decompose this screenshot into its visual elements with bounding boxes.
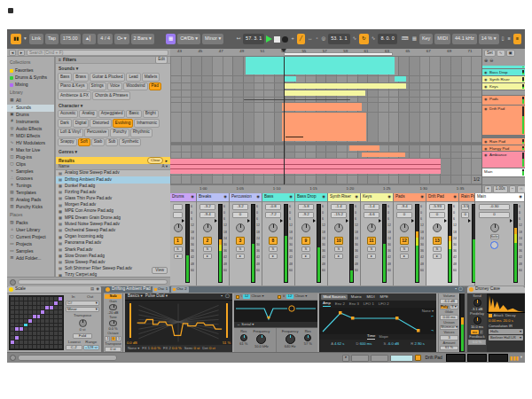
strip-pan-field[interactable]: -1.4	[331, 204, 347, 210]
range-field[interactable]: +128 st	[83, 345, 100, 350]
midi-map-button[interactable]: MIDI	[434, 34, 450, 44]
scale-mode-icon[interactable]: ▦	[166, 34, 176, 44]
amount-field[interactable]: 61 %	[440, 346, 458, 351]
filter-tag-brass[interactable]: Brass	[73, 73, 89, 82]
filter2-res-knob[interactable]	[304, 334, 311, 341]
scale-grid-cell[interactable]	[28, 319, 32, 323]
scale-grid-cell[interactable]	[41, 306, 44, 309]
overload-indicator[interactable]: ▯	[501, 36, 505, 42]
filter-tag-mallets[interactable]: Mallets	[142, 73, 160, 82]
strip-gain-field[interactable]: -9.4	[200, 212, 215, 218]
scale-grid-cell[interactable]	[33, 301, 36, 305]
detune-field[interactable]: Det 0 ct	[202, 347, 215, 350]
sidebar-item-hv-modulators[interactable]: ∿HV Modulators	[7, 140, 54, 147]
filter2-type-icon[interactable]: ∨	[283, 294, 286, 298]
mod-target-select[interactable]: None ▾	[422, 309, 434, 313]
draw-mode-button[interactable]: ╱	[297, 34, 305, 44]
info-icon[interactable]	[10, 355, 16, 361]
strip-pan-field[interactable]: -3.2	[200, 204, 215, 210]
scale-grid-cell[interactable]	[41, 332, 44, 335]
track-header-drift-pad[interactable]: ◉Drift Pad	[482, 106, 525, 136]
sustain-field[interactable]: S -6.0 dB	[384, 342, 399, 346]
strip-arm-icon[interactable]: ◉	[256, 195, 260, 199]
scale-grid-cell[interactable]	[20, 315, 23, 318]
scale-grid-cell[interactable]	[24, 315, 27, 318]
hamburger-menu-button[interactable]: ≡	[513, 34, 521, 44]
filter-tag-rhythmic[interactable]: Rhythmic	[130, 129, 153, 137]
metronome-toggle[interactable]: ▲▏	[82, 34, 97, 44]
clip[interactable]	[395, 76, 406, 82]
env-tab-env-2[interactable]: Env 2	[335, 302, 345, 306]
scale-grid-cell[interactable]	[41, 327, 44, 331]
env-tab-lfo-2[interactable]: LFO 2	[379, 302, 389, 306]
device-on-icon[interactable]	[469, 287, 473, 292]
strip-gain-field[interactable]: -7.2	[265, 212, 281, 218]
slope-handle-icon[interactable]: ¬	[431, 329, 434, 333]
scale-grid-cell[interactable]	[45, 336, 49, 340]
scale-grid-cell[interactable]	[54, 310, 58, 314]
track-header-bass-drop[interactable]: ◉Bass Drop	[482, 69, 525, 76]
scale-type-select[interactable]: Minor▾	[66, 307, 99, 312]
filter-tag-arpeggiated[interactable]: Arpeggiated	[98, 110, 126, 119]
scale-grid-cell[interactable]	[28, 340, 32, 344]
sidebar-item-grooves[interactable]: ∴Grooves	[7, 176, 54, 183]
scale-grid-cell[interactable]	[50, 345, 53, 348]
sidebar-item-analog-pads[interactable]: ▥Analog Pads	[7, 197, 54, 204]
search-input[interactable]	[27, 50, 168, 56]
result-item[interactable]: ▤Morgen Pad.adv	[56, 202, 170, 208]
filter-tag-acoustic[interactable]: Acoustic	[58, 110, 78, 119]
clip[interactable]	[362, 153, 405, 157]
mixer-strip-pads[interactable]: Pads◉-9.4012S▸6 0 6 12 18 24 30 36 42 48…	[394, 193, 426, 286]
mixer-strip-name[interactable]: Pads◉	[394, 193, 426, 202]
chevron-down-icon[interactable]: ▾	[520, 356, 522, 360]
mixer-strip-drums[interactable]: Drums◉1S▸6 0 6 12 18 24 30 36 42 48 60	[170, 193, 197, 286]
track-activator[interactable]: 11	[367, 237, 376, 245]
wavetable-category-select[interactable]: Basics ▾	[128, 294, 143, 299]
chain-segment[interactable]	[351, 355, 369, 362]
scale-grid-cell[interactable]	[54, 327, 58, 331]
filter-tag-digital[interactable]: Digital	[73, 119, 90, 128]
scale-grid-cell[interactable]	[28, 301, 32, 305]
scale-grid-cell[interactable]	[37, 315, 41, 318]
sidebar-item-mixing[interactable]: Mixing	[7, 82, 54, 89]
scale-root-menu[interactable]: C#/Db ▾	[177, 34, 200, 44]
result-item[interactable]: ▦MPE Dream Grain Drone.adg	[56, 215, 170, 221]
filter-tag-distorted[interactable]: Distorted	[90, 119, 111, 128]
filter2-circuit[interactable]: Clean ▾	[294, 294, 307, 298]
scale-grid-cell[interactable]	[33, 345, 36, 348]
sidebar-item-max-for-live[interactable]: ⊕Max for Live	[7, 147, 54, 154]
scale-grid-cell[interactable]	[37, 324, 41, 327]
scale-grid-cell[interactable]	[20, 324, 23, 327]
sidebar-item-current-project[interactable]: ▢Current Project	[7, 233, 54, 240]
session-dropdown-icon[interactable]: ▾	[23, 36, 27, 42]
track-activator[interactable]: 9	[301, 237, 310, 245]
track-activator[interactable]: 1	[174, 237, 183, 245]
loop-brace[interactable]	[284, 52, 393, 56]
filter-tag-piano-keys[interactable]: Piano & Keys	[58, 82, 88, 91]
filter-tag-strings[interactable]: Strings	[89, 82, 106, 91]
slope-handle-icon[interactable]: ⌐	[431, 315, 434, 319]
loop-toggle[interactable]: ↻	[359, 34, 369, 44]
track-activator[interactable]: 13	[433, 237, 442, 245]
send-knob[interactable]	[473, 299, 481, 307]
character-section-label[interactable]: Character ▾	[56, 101, 170, 109]
sidebar-item-clips[interactable]: ▢Clips	[7, 161, 54, 168]
solo-button[interactable]: S	[269, 246, 278, 252]
monitor-button[interactable]: ▸	[400, 254, 409, 259]
scale-grid-cell[interactable]	[59, 310, 62, 314]
track-header-synth-riser[interactable]: ◉Synth Riser	[482, 76, 525, 83]
scale-grid-cell[interactable]	[24, 345, 27, 348]
filter-tag-sub[interactable]: Sub	[106, 138, 118, 147]
monitor-button[interactable]: ▸	[433, 254, 442, 259]
beat-time-ruler[interactable]: 434547495153555759616365676971	[170, 49, 481, 57]
pan-knob[interactable]	[433, 223, 442, 232]
strip-arm-icon[interactable]: ◉	[453, 195, 457, 199]
clip[interactable]	[284, 76, 296, 82]
mod-tab-midi[interactable]: MIDI	[364, 294, 377, 300]
hot-swap-icon[interactable]: ◯	[458, 287, 463, 291]
edit-filters-button[interactable]: Edit	[155, 57, 168, 64]
scale-grid-cell[interactable]	[59, 345, 62, 348]
track-activator[interactable]: 12	[400, 237, 409, 245]
mixer-strip-name[interactable]: Bass◉	[262, 193, 294, 202]
pan-knob[interactable]	[269, 223, 278, 232]
